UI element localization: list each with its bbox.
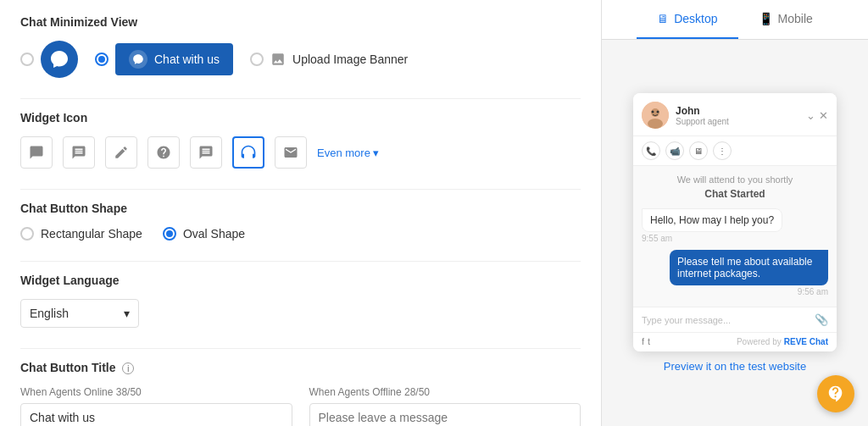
mobile-label: Mobile — [778, 12, 813, 25]
widget-icon-chat1[interactable] — [20, 136, 53, 169]
chat-btn-icon — [129, 50, 147, 69]
agent-avatar — [642, 102, 669, 129]
agent-info: John Support agent — [676, 105, 729, 126]
btn-title-label: Chat Button Title — [20, 361, 116, 374]
rectangular-label: Rectangular Shape — [41, 227, 142, 241]
agent-role: Support agent — [676, 117, 729, 126]
radio-oval[interactable] — [163, 227, 176, 241]
chat-media-bar: 📞 📹 🖥 ⋮ — [633, 136, 837, 166]
system-msg-1: We will attend to you shortly — [642, 174, 828, 185]
tab-desktop[interactable]: 🖥 Desktop — [637, 0, 737, 39]
section-title-widget-icon: Widget Icon — [20, 111, 581, 124]
twitter-icon[interactable]: t — [648, 336, 650, 346]
even-more-label: Even more — [317, 147, 370, 159]
chat-footer-bar: f t Powered by REVE Chat — [633, 332, 837, 351]
radio-circle-3[interactable] — [250, 53, 264, 66]
chat-body: We will attend to you shortly Chat Start… — [633, 166, 837, 307]
shape-section: Chat Button Shape Rectangular Shape Oval… — [20, 202, 581, 241]
shape-rectangular[interactable]: Rectangular Shape — [20, 227, 142, 241]
offline-col: When Agents Offline 28/50 — [309, 386, 581, 426]
attach-icon[interactable]: 📎 — [815, 313, 828, 326]
svg-point-3 — [652, 111, 654, 113]
system-msg-2: Chat Started — [642, 188, 828, 200]
close-icon[interactable]: ✕ — [819, 109, 828, 122]
chat-icon-avatar — [41, 41, 78, 78]
oval-label: Oval Shape — [183, 227, 245, 241]
right-panel: 🖥 Desktop 📱 Mobile — [602, 0, 868, 426]
chevron-down-icon: ▾ — [373, 147, 379, 159]
title-section: Chat Button Title i When Agents Online 3… — [20, 361, 581, 426]
social-icons: f t — [642, 336, 650, 346]
offline-label: When Agents Offline 28/50 — [309, 386, 581, 398]
section-title-shape: Chat Button Shape — [20, 202, 581, 215]
widget-icon-msg[interactable] — [190, 136, 222, 169]
preview-link[interactable]: Preview it on the test website — [664, 360, 806, 373]
radio-circle-1[interactable] — [20, 53, 34, 66]
language-value: English — [30, 307, 69, 320]
preview-area: John Support agent ⌄ ✕ 📞 📹 🖥 ⋮ — [602, 40, 868, 426]
facebook-icon[interactable]: f — [642, 336, 644, 346]
shape-oval[interactable]: Oval Shape — [163, 227, 245, 241]
screen-icon[interactable]: 🖥 — [689, 141, 708, 160]
radio-rectangular[interactable] — [20, 227, 34, 241]
language-section: Widget Language English ▾ — [20, 274, 581, 328]
more-icon[interactable]: ⋮ — [713, 141, 732, 160]
floating-chat-button[interactable] — [817, 375, 854, 412]
radio-circle-2[interactable] — [95, 53, 108, 66]
upload-banner-label: Upload Image Banner — [292, 53, 408, 66]
chat-header-left: John Support agent — [642, 102, 729, 129]
powered-by: Powered by REVE Chat — [737, 337, 828, 346]
msg-right-wrap: Please tell me about available internet … — [642, 250, 828, 296]
shape-row: Rectangular Shape Oval Shape — [20, 227, 581, 241]
widget-icon-row: Even more ▾ — [20, 136, 581, 169]
online-input[interactable] — [20, 403, 292, 426]
minimized-option-3[interactable]: Upload Image Banner — [250, 52, 408, 67]
msg-time-2: 9:56 am — [642, 287, 828, 296]
chat-btn-preview: Chat with us — [115, 43, 233, 75]
widget-icon-edit[interactable] — [105, 136, 137, 169]
svg-point-4 — [657, 111, 659, 113]
even-more-btn[interactable]: Even more ▾ — [317, 147, 379, 159]
widget-icon-question[interactable] — [147, 136, 180, 169]
chat-input-placeholder: Type your message... — [642, 315, 731, 325]
widget-icon-chat2[interactable] — [63, 136, 95, 169]
offline-input[interactable] — [309, 403, 581, 426]
minimized-view-row: Chat with us Upload Image Banner — [20, 41, 581, 78]
left-panel: Chat Minimized View Chat with us Up — [0, 0, 602, 426]
video-icon[interactable]: 📹 — [665, 141, 684, 160]
agent-name: John — [676, 105, 729, 117]
chat-input-bar: Type your message... 📎 — [633, 307, 837, 332]
widget-icon-headset[interactable] — [232, 136, 264, 169]
section-title-minimized: Chat Minimized View — [20, 15, 581, 29]
divider-1 — [20, 98, 581, 99]
chat-header: John Support agent ⌄ ✕ — [633, 93, 837, 136]
chat-window: John Support agent ⌄ ✕ 📞 📹 🖥 ⋮ — [633, 93, 837, 351]
widget-icon-email[interactable] — [275, 136, 307, 169]
section-title-language: Widget Language — [20, 274, 581, 287]
divider-3 — [20, 261, 581, 262]
msg-bubble-right-1: Please tell me about available internet … — [670, 250, 828, 285]
powered-by-label: Powered by — [737, 337, 782, 346]
chat-btn-text: Chat with us — [154, 53, 220, 66]
chat-header-actions: ⌄ ✕ — [806, 109, 828, 122]
minimized-option-2[interactable]: Chat with us — [95, 43, 233, 75]
section-title-btn-title: Chat Button Title i — [20, 361, 581, 374]
online-col: When Agents Online 38/50 — [20, 386, 292, 426]
language-select[interactable]: English ▾ — [20, 299, 139, 328]
online-label: When Agents Online 38/50 — [20, 386, 292, 398]
preview-tabs: 🖥 Desktop 📱 Mobile — [602, 0, 868, 40]
msg-bubble-left-1: Hello, How may I help you? — [642, 208, 782, 232]
tab-mobile[interactable]: 📱 Mobile — [738, 0, 833, 39]
divider-4 — [20, 348, 581, 349]
chevron-down-icon-lang: ▾ — [124, 307, 130, 320]
phone-icon[interactable]: 📞 — [642, 141, 660, 160]
desktop-icon: 🖥 — [657, 12, 669, 25]
title-cols: When Agents Online 38/50 When Agents Off… — [20, 386, 581, 426]
msg-left-1: Hello, How may I help you? 9:55 am — [642, 208, 828, 243]
minimize-icon[interactable]: ⌄ — [806, 109, 815, 122]
minimized-option-1[interactable] — [20, 41, 78, 78]
reve-brand: REVE Chat — [784, 337, 828, 346]
svg-point-2 — [648, 119, 663, 129]
divider-2 — [20, 189, 581, 190]
mobile-icon: 📱 — [759, 12, 773, 25]
